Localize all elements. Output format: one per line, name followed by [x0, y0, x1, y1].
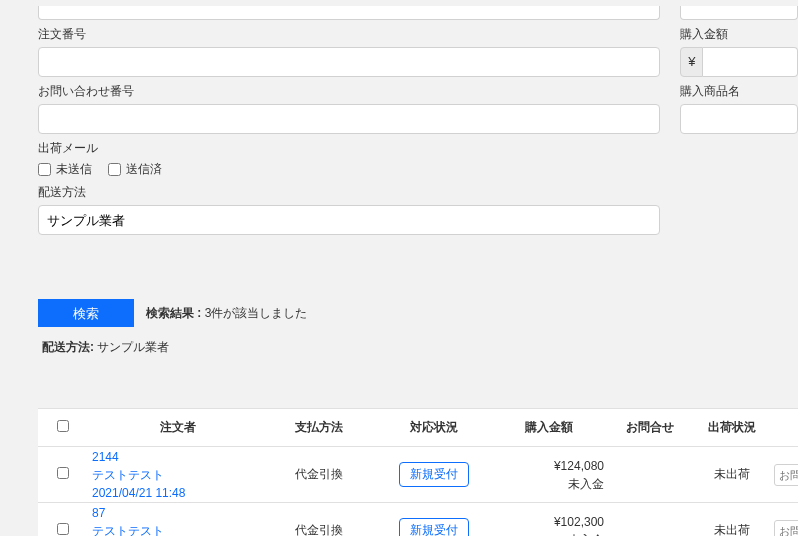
- order-id-link[interactable]: 87: [92, 504, 264, 522]
- results-suffix: 件が該当しました: [211, 306, 307, 320]
- status-badge[interactable]: 新規受付: [399, 518, 469, 536]
- shipping-mail-label: 出荷メール: [38, 140, 660, 157]
- prev-input-cutoff[interactable]: [38, 6, 660, 20]
- checkbox-unsent-label: 未送信: [56, 162, 92, 176]
- table-row: 87 テストテスト 2021/04/21 10:10 代金引換 新規受付 ¥10…: [38, 503, 798, 536]
- amount-value: ¥102,300: [494, 513, 604, 531]
- row-checkbox[interactable]: [57, 467, 69, 479]
- right-prev-input-cutoff[interactable]: [680, 6, 798, 20]
- payment-method: 代金引換: [264, 466, 374, 483]
- table-head-row: 注文者 支払方法 対応状況 購入金額 お問合せ 出荷状況: [38, 409, 798, 447]
- status-badge[interactable]: 新規受付: [399, 462, 469, 487]
- order-number-label: 注文番号: [38, 26, 660, 43]
- summary-label: 配送方法:: [42, 340, 94, 354]
- inquiry-number-input[interactable]: [38, 104, 660, 134]
- summary-row: 配送方法: サンプル業者: [42, 339, 798, 356]
- th-amount: 購入金額: [494, 419, 610, 436]
- customer-name-link[interactable]: テストテスト: [92, 466, 264, 484]
- results-table: 注文者 支払方法 対応状況 購入金額 お問合せ 出荷状況 2144 テストテスト…: [38, 408, 798, 536]
- results-meta: 検索結果 : 3件が該当しました: [146, 305, 307, 322]
- inquiry-number-label: お問い合わせ番号: [38, 83, 660, 100]
- purchase-amount-input[interactable]: [703, 47, 798, 77]
- payment-state: 未入金: [494, 531, 604, 537]
- checkbox-unsent-wrap[interactable]: 未送信: [38, 162, 96, 176]
- th-status: 対応状況: [374, 419, 494, 436]
- tracking-input[interactable]: [774, 520, 798, 537]
- order-id-link[interactable]: 2144: [92, 448, 264, 466]
- product-name-label: 購入商品名: [680, 83, 798, 100]
- row-checkbox[interactable]: [57, 523, 69, 535]
- yen-prefix: ¥: [680, 47, 703, 77]
- summary-value: サンプル業者: [97, 340, 169, 354]
- delivery-method-label: 配送方法: [38, 184, 660, 201]
- tracking-input[interactable]: [774, 464, 798, 486]
- th-pay: 支払方法: [264, 419, 374, 436]
- customer-name-link[interactable]: テストテスト: [92, 522, 264, 537]
- th-inq: お問合せ: [610, 419, 690, 436]
- th-order: 注文者: [88, 419, 264, 436]
- right-field-label-cutoff: [680, 0, 798, 6]
- shipping-state: 未出荷: [690, 522, 774, 536]
- order-number-input[interactable]: [38, 47, 660, 77]
- checkbox-unsent[interactable]: [38, 163, 51, 176]
- checkbox-sent[interactable]: [108, 163, 121, 176]
- th-ship: 出荷状況: [690, 419, 774, 436]
- payment-state: 未入金: [494, 475, 604, 493]
- shipping-state: 未出荷: [690, 466, 774, 483]
- checkbox-sent-label: 送信済: [126, 162, 162, 176]
- results-label: 検索結果 :: [146, 306, 201, 320]
- select-all-checkbox[interactable]: [57, 420, 69, 432]
- table-row: 2144 テストテスト 2021/04/21 11:48 代金引換 新規受付 ¥…: [38, 447, 798, 503]
- amount-value: ¥124,080: [494, 457, 604, 475]
- order-date-link[interactable]: 2021/04/21 11:48: [92, 484, 264, 502]
- field-label-cutoff: [38, 0, 660, 6]
- delivery-method-select[interactable]: サンプル業者: [38, 205, 660, 235]
- product-name-input[interactable]: [680, 104, 798, 134]
- purchase-amount-label: 購入金額: [680, 26, 798, 43]
- checkbox-sent-wrap[interactable]: 送信済: [108, 162, 162, 176]
- payment-method: 代金引換: [264, 522, 374, 536]
- search-button[interactable]: 検索: [38, 299, 134, 327]
